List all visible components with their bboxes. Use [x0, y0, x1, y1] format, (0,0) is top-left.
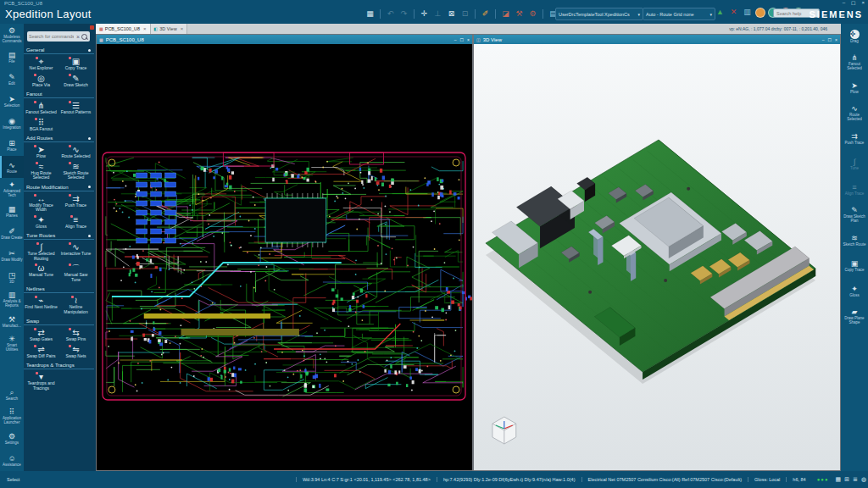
rail-manufact-button[interactable]: ⚒Manufact... [0, 310, 24, 332]
route-grid-dropdown[interactable]: Auto - Route Grid none ▾ [643, 8, 715, 20]
rail-drag-button[interactable]: ✜Drag [841, 24, 868, 49]
section-header-add-routes[interactable]: Add Routes [24, 134, 94, 142]
rail-draw-modify-button[interactable]: ✂Draw Modify [0, 244, 24, 266]
section-header-swap[interactable]: Swap [24, 317, 94, 325]
gloss-button[interactable]: ✦Gloss [24, 214, 58, 230]
lock-icon[interactable]: ⊠ [446, 8, 457, 19]
bga-fanout-button[interactable]: ⠿BGA Fanout [24, 116, 58, 133]
swap-diff-pairs-button[interactable]: ⇌Swap Diff Pairs [24, 343, 58, 360]
rail-sketch-route-button[interactable]: ≋Sketch Route [841, 227, 868, 252]
rail-advanced-tech-button[interactable]: ✦Advanced Tech [0, 178, 24, 200]
interactive-tune-button[interactable]: ∿Interactive Tune [58, 241, 93, 262]
tab-pcb-sc100-u8[interactable]: ▦PCB_SC100_U8× [96, 24, 151, 34]
eraser-icon[interactable]: ◪ [500, 8, 511, 19]
plow-button[interactable]: ➤Plow [24, 143, 58, 160]
redo-icon[interactable]: ↷ [398, 8, 409, 19]
tab-3d-view[interactable]: ◧3D View× [151, 24, 188, 34]
tab-close-icon[interactable]: × [143, 26, 147, 31]
draw-sketch-button[interactable]: ✎Draw Sketch [58, 72, 93, 89]
section-header-tune-routes[interactable]: Tune Routes [24, 231, 94, 240]
rail-draw-plane-shape-button[interactable]: ▰Draw Plane Shape [841, 303, 868, 329]
rail-align-trace-button[interactable]: ≡Align Trace [841, 176, 868, 202]
sketch-route-selected-button[interactable]: ≋Sketch Route Selected [58, 160, 93, 181]
view3d-window-titlebar[interactable]: ◫ 3D View – ☐ × [474, 35, 840, 44]
align-trace-button[interactable]: ≡Align Trace [58, 214, 93, 230]
undo-icon[interactable]: ↶ [385, 8, 396, 19]
place-via-button[interactable]: ◎Place Via [24, 72, 58, 89]
rail-assistance-button[interactable]: ☺Assistance [0, 449, 24, 471]
cross-icon[interactable]: ✕ [728, 7, 739, 18]
rail-fanout-selected-button[interactable]: ⋔Fanout Selected [841, 49, 868, 75]
report-icon[interactable]: ▥ [742, 7, 753, 18]
rail-3d-button[interactable]: ◳3D [0, 266, 24, 288]
swap-nets-button[interactable]: ⇋Swap Nets [58, 343, 93, 360]
rail-copy-trace-button[interactable]: ▣Copy Trace [841, 252, 868, 278]
measure-icon[interactable]: ✐ [480, 8, 491, 19]
rail-edit-button[interactable]: ✎Edit [0, 68, 24, 90]
fanout-patterns-button[interactable]: ☰Fanout Patterns [58, 99, 93, 116]
window-maximize-icon[interactable]: ☐ [828, 37, 832, 42]
grid-icon[interactable]: ▦ [834, 476, 843, 483]
cells-icon[interactable]: ⊞ [843, 476, 851, 483]
rail-modeless-commands-button[interactable]: ⚙Modeless Commands [0, 24, 24, 46]
rail-route-selected-button[interactable]: ∿Route Selected [841, 100, 868, 125]
rail-draw-create-button[interactable]: ✐Draw Create [0, 222, 24, 244]
tab-close-icon[interactable]: × [181, 26, 184, 31]
netline-manipulation-button[interactable]: ≀Netline Manipulation [58, 294, 93, 315]
section-header-general[interactable]: General [24, 46, 94, 54]
rail-integration-button[interactable]: ◉Integration [0, 112, 24, 134]
rail-settings-button[interactable]: ⚙Settings [0, 427, 24, 449]
hammer-icon[interactable]: ⚒ [514, 8, 525, 19]
tune-selected-routing-button[interactable]: ∫Tune Selected Routing [24, 241, 58, 262]
rail-selection-button[interactable]: ➤Selection [0, 90, 24, 112]
align-icon[interactable]: ⊥ [432, 8, 443, 19]
pcb-3d-canvas[interactable] [474, 44, 840, 470]
panel-pin-icon[interactable] [90, 25, 94, 30]
status-orange-icon[interactable] [755, 8, 765, 18]
check-icon[interactable]: ▲ [715, 7, 726, 18]
close-button[interactable]: × [861, 0, 865, 6]
rail-analysis-reports-button[interactable]: ▥Analysis & Reports [0, 288, 24, 310]
find-next-netline-button[interactable]: ⌁Find Next Netline [24, 294, 58, 315]
window-minimize-icon[interactable]: – [454, 37, 457, 42]
rail-draw-sketch-plan-button[interactable]: ✎Draw Sketch Plan [841, 202, 868, 227]
rail-file-button[interactable]: ▤File [0, 46, 24, 68]
section-header-fanout[interactable]: Fanout [24, 90, 94, 98]
rail-tune-button[interactable]: ∫Tune [841, 151, 868, 176]
section-header-teardrops-tracings[interactable]: Teardrops & Tracings [24, 361, 94, 369]
wrench-icon[interactable]: ⚙ [527, 8, 538, 19]
net-explorer-button[interactable]: ⌖Net Explorer [24, 55, 58, 72]
modify-trace-width-button[interactable]: ↔Modify Trace Width [24, 192, 58, 214]
clear-search-icon[interactable]: × [75, 34, 81, 40]
rail-plow-button[interactable]: ➤Plow [841, 75, 868, 100]
rail-gloss-button[interactable]: ✦Gloss [841, 278, 868, 303]
swap-pins-button[interactable]: ⇆Swap Pins [58, 326, 93, 343]
design-status-icon[interactable]: ▦ [364, 8, 376, 19]
window-close-icon[interactable]: × [467, 37, 470, 42]
search-icon[interactable] [81, 34, 87, 40]
window-close-icon[interactable]: × [835, 37, 837, 42]
pcb-window-titlebar[interactable]: ▦ PCB_SC100_U8 – ☐ × [97, 35, 472, 44]
rail-smart-utilities-button[interactable]: ✳Smart Utilities [0, 332, 24, 354]
rail-place-button[interactable]: ⊞Place [0, 134, 24, 156]
swap-gates-button[interactable]: ⇄Swap Gates [24, 326, 58, 343]
route-selected-button[interactable]: ∿Route Selected [58, 143, 93, 160]
drc-template-dropdown[interactable]: UserDrcTemplateTool:XpeditionCs ▾ [555, 8, 643, 20]
fanout-selected-button[interactable]: ⋔Fanout Selected [24, 99, 58, 116]
rail-application-launcher-button[interactable]: ⠿Application Launcher [0, 405, 24, 427]
hug-route-selected-button[interactable]: ≈Hug Route Selected [24, 160, 58, 181]
rail-route-button[interactable]: ∿Route [0, 156, 24, 178]
layers-icon[interactable]: ≣ [851, 476, 860, 483]
minimize-button[interactable]: – [843, 0, 845, 6]
pin-icon[interactable]: ✛ [419, 8, 430, 19]
maximize-button[interactable]: ☐ [851, 0, 855, 6]
window-minimize-icon[interactable]: – [822, 37, 825, 42]
window-maximize-icon[interactable]: ☐ [460, 37, 464, 42]
teardrops-and-tracings-button[interactable]: ▾Teardrops and Tracings [24, 370, 58, 391]
rail-push-trace-button[interactable]: ⇉Push Trace [841, 125, 868, 151]
push-trace-button[interactable]: ⇉Push Trace [58, 192, 93, 214]
world-icon[interactable]: ◍ [860, 476, 868, 483]
section-header-route-modification[interactable]: Route Modification [24, 183, 94, 191]
section-header-netlines[interactable]: Netlines [24, 285, 94, 293]
pcb-layout-canvas[interactable] [97, 44, 472, 470]
